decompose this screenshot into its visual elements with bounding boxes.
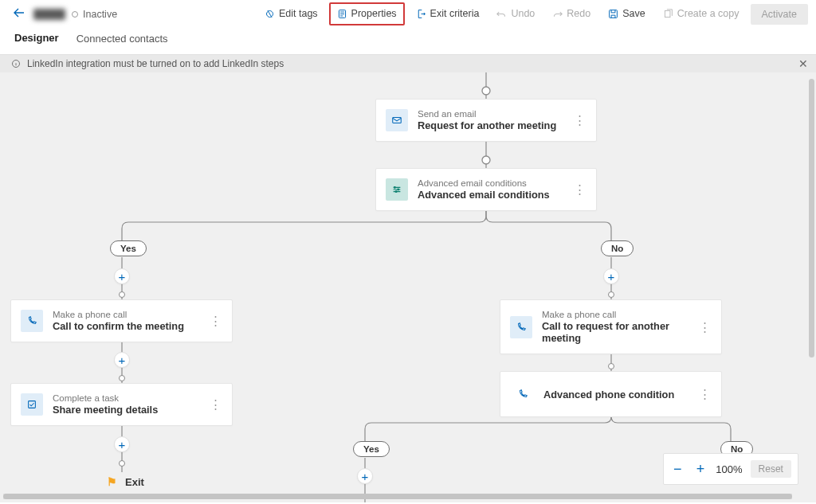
undo-button: Undo	[490, 6, 541, 22]
zoom-control: − + 100% Reset	[663, 453, 798, 485]
save-label: Save	[622, 9, 645, 19]
svg-rect-14	[393, 118, 402, 123]
svg-rect-2	[665, 10, 670, 17]
tab-designer[interactable]: Designer	[14, 26, 59, 57]
add-step-button[interactable]: +	[114, 268, 130, 284]
properties-button[interactable]: Properties	[329, 2, 405, 25]
add-step-button[interactable]: +	[114, 436, 130, 452]
more-icon[interactable]: ⋮	[699, 387, 712, 401]
more-icon[interactable]: ⋮	[699, 320, 712, 334]
exit-icon	[416, 9, 426, 19]
step-type: Advanced email conditions	[418, 178, 550, 188]
exit-label: Exit	[125, 476, 144, 488]
edit-tags-button[interactable]: Edit tags	[258, 6, 324, 22]
redo-label: Redo	[567, 9, 590, 19]
step-type: Make a phone call	[53, 310, 184, 319]
redo-icon	[552, 9, 563, 19]
step-type: Make a phone call	[542, 310, 686, 319]
step-phone-confirm[interactable]: Make a phone call Call to confirm the me…	[10, 299, 233, 342]
more-icon[interactable]: ⋮	[574, 113, 586, 127]
zoom-in-button[interactable]: +	[693, 461, 708, 478]
svg-rect-1	[610, 10, 618, 18]
back-arrow-icon[interactable]	[8, 3, 30, 25]
junction-node	[608, 291, 614, 298]
step-title: Call to request for another meeting	[542, 320, 686, 344]
junction-node	[119, 460, 125, 467]
status-dot-icon	[72, 11, 78, 18]
step-complete-task[interactable]: Complete a task Share meeting details ⋮	[10, 383, 233, 426]
activate-button: Activate	[751, 4, 808, 25]
flag-icon: ⚑	[107, 475, 117, 488]
email-icon	[386, 109, 408, 131]
top-bar: Inactive Edit tags Properties Exit crite…	[0, 0, 816, 29]
step-type: Complete a task	[53, 393, 158, 403]
svg-point-5	[482, 87, 490, 95]
junction-node	[119, 291, 125, 298]
edit-tags-label: Edit tags	[279, 9, 318, 19]
info-icon	[11, 59, 21, 68]
svg-point-15	[394, 187, 396, 189]
tag-icon	[265, 9, 275, 19]
step-phone-request[interactable]: Make a phone call Call to request for an…	[500, 299, 722, 354]
add-step-button[interactable]: +	[603, 268, 619, 284]
exit-criteria-button[interactable]: Exit criteria	[410, 6, 486, 22]
add-step-button[interactable]: +	[114, 352, 130, 368]
step-title: Share meeting details	[53, 404, 158, 416]
branch-no-pill[interactable]: No	[601, 240, 634, 256]
svg-rect-18	[29, 401, 36, 408]
phone-icon	[510, 316, 532, 338]
save-icon	[608, 9, 618, 19]
tab-connected-contacts[interactable]: Connected contacts	[76, 27, 168, 56]
properties-label: Properties	[351, 9, 397, 19]
exit-criteria-label: Exit criteria	[430, 9, 480, 19]
step-title: Advanced email conditions	[418, 189, 550, 201]
more-icon[interactable]: ⋮	[210, 397, 222, 412]
create-copy-label: Create a copy	[677, 9, 740, 19]
close-icon[interactable]: ✕	[798, 57, 808, 70]
exit-step[interactable]: ⚑ Exit	[107, 475, 144, 488]
undo-label: Undo	[511, 9, 535, 19]
step-title: Request for another meeting	[418, 119, 556, 131]
status-label: Inactive	[83, 9, 117, 20]
horizontal-scrollbar[interactable]	[3, 494, 792, 499]
zoom-value: 100%	[716, 463, 742, 475]
step-email-conditions[interactable]: Advanced email conditions Advanced email…	[375, 168, 597, 211]
zoom-out-button[interactable]: −	[670, 461, 685, 478]
step-send-email[interactable]: Send an email Request for another meetin…	[375, 99, 597, 142]
svg-point-7	[482, 156, 490, 164]
vertical-scrollbar[interactable]	[809, 79, 814, 357]
more-icon[interactable]: ⋮	[210, 314, 222, 328]
entity-name-blurred	[33, 9, 65, 20]
add-step-button[interactable]: +	[357, 468, 373, 484]
properties-icon	[337, 9, 347, 19]
copy-icon	[663, 9, 673, 19]
more-icon[interactable]: ⋮	[574, 182, 586, 197]
junction-node	[608, 363, 614, 369]
undo-icon	[496, 9, 507, 19]
redo-button: Redo	[546, 6, 597, 22]
step-phone-condition[interactable]: Advanced phone condition ⋮	[500, 371, 722, 417]
svg-point-17	[395, 191, 397, 193]
create-copy-button: Create a copy	[657, 6, 746, 22]
step-title: Advanced phone condition	[543, 389, 674, 400]
step-type: Send an email	[418, 109, 556, 119]
phone-icon	[21, 310, 43, 332]
designer-canvas[interactable]: Send an email Request for another meetin…	[0, 72, 816, 502]
info-bar: LinkedIn integration must be turned on t…	[0, 55, 816, 72]
tab-bar: Designer Connected contacts	[0, 29, 816, 55]
info-message: LinkedIn integration must be turned on t…	[27, 58, 284, 69]
command-bar: Edit tags Properties Exit criteria Undo …	[258, 2, 808, 25]
conditions-icon	[386, 178, 408, 201]
junction-node	[119, 375, 125, 381]
phone-icon	[512, 383, 534, 405]
zoom-reset-button[interactable]: Reset	[751, 460, 791, 478]
task-icon	[21, 393, 43, 416]
branch-yes-pill[interactable]: Yes	[110, 240, 147, 256]
step-title: Call to confirm the meeting	[53, 320, 184, 332]
save-button[interactable]: Save	[602, 6, 652, 22]
branch-yes-pill[interactable]: Yes	[353, 441, 390, 457]
svg-point-16	[398, 189, 399, 190]
